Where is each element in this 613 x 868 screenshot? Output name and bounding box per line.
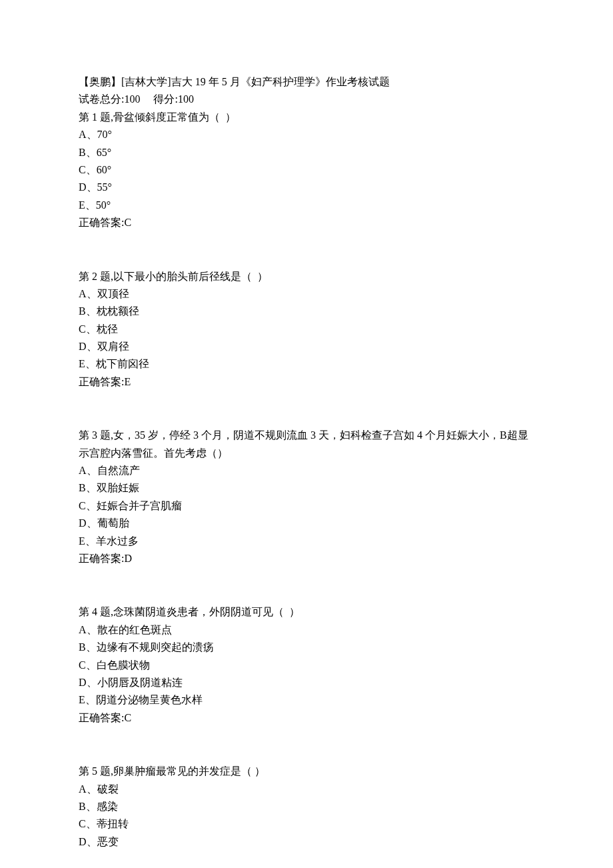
- question-prompt: 第 1 题,骨盆倾斜度正常值为（ ）: [79, 109, 534, 126]
- question-option: A、破裂: [79, 781, 534, 798]
- question-option: D、55°: [79, 179, 534, 196]
- question-prompt: 第 4 题,念珠菌阴道炎患者，外阴阴道可见（ ）: [79, 603, 534, 621]
- question-answer: 正确答案:E: [79, 373, 534, 391]
- question-prompt: 第 5 题,卵巢肿瘤最常见的并发症是（ ）: [79, 763, 534, 780]
- question-option: C、60°: [79, 161, 534, 179]
- question-option: D、葡萄胎: [79, 515, 534, 532]
- question-option: A、自然流产: [79, 462, 534, 479]
- question-option: B、65°: [79, 144, 534, 161]
- question-option: B、双胎妊娠: [79, 479, 534, 497]
- question-option: E、枕下前囟径: [79, 355, 534, 373]
- question-option: A、散在的红色斑点: [79, 621, 534, 639]
- question-option: B、边缘有不规则突起的溃疡: [79, 639, 534, 656]
- document-title: 【奥鹏】[吉林大学]吉大 19 年 5 月《妇产科护理学》作业考核试题: [79, 73, 534, 91]
- question-gap: [79, 391, 534, 427]
- question-prompt: 第 2 题,以下最小的胎头前后径线是（ ）: [79, 268, 534, 285]
- question-gap: [79, 567, 534, 603]
- question-answer: 正确答案:C: [79, 709, 534, 727]
- question-option: E、阴道分泌物呈黄色水样: [79, 691, 534, 709]
- question-option: D、小阴唇及阴道粘连: [79, 674, 534, 691]
- question-option: C、枕径: [79, 321, 534, 338]
- document-page: 【奥鹏】[吉林大学]吉大 19 年 5 月《妇产科护理学》作业考核试题 试卷总分…: [0, 0, 613, 868]
- question-option: C、白色膜状物: [79, 657, 534, 674]
- question-option: B、感染: [79, 798, 534, 815]
- question-option: E、羊水过多: [79, 533, 534, 550]
- question-option: A、70°: [79, 126, 534, 143]
- question-option: A、双顶径: [79, 285, 534, 303]
- question-answer: 正确答案:D: [79, 550, 534, 567]
- question-answer: 正确答案:C: [79, 214, 534, 231]
- question-option: D、双肩径: [79, 338, 534, 355]
- question-option: C、妊娠合并子宫肌瘤: [79, 497, 534, 515]
- score-line: 试卷总分:100 得分:100: [79, 91, 534, 108]
- question-option: B、枕枕额径: [79, 303, 534, 320]
- question-gap: [79, 232, 534, 268]
- question-option: C、蒂扭转: [79, 815, 534, 833]
- question-option: E、50°: [79, 197, 534, 214]
- question-prompt: 第 3 题,女，35 岁，停经 3 个月，阴道不规则流血 3 天，妇科检查子宫如…: [79, 427, 534, 462]
- question-gap: [79, 727, 534, 763]
- question-option: D、恶变: [79, 833, 534, 851]
